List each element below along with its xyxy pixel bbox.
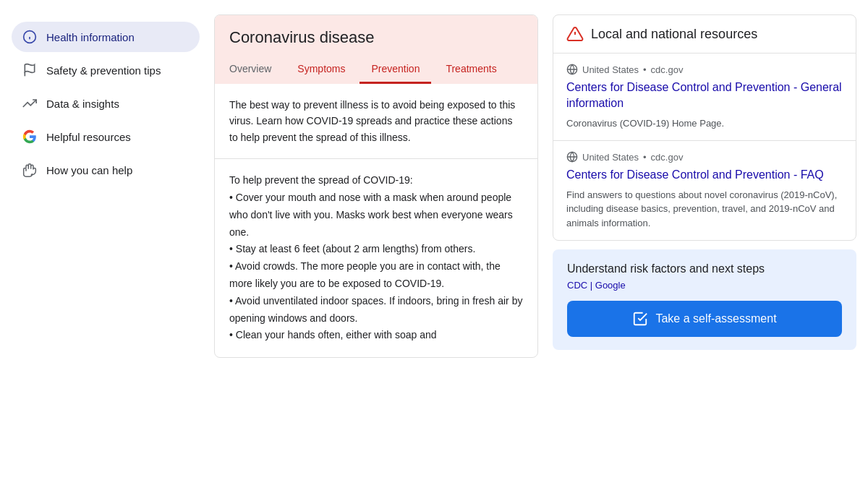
clipboard-check-icon [632,311,648,327]
warning-triangle-icon [566,25,584,43]
main-card: Coronavirus disease Overview Symptoms Pr… [214,14,538,358]
info-circle-icon [22,29,38,45]
tab-overview[interactable]: Overview [229,57,283,84]
tabs: Overview Symptoms Prevention Treatments [229,57,523,84]
tab-symptoms[interactable]: Symptoms [286,57,357,84]
resources-card: Local and national resources United Stat… [553,14,856,241]
resource-separator-2: • [643,152,647,163]
sidebar-item-label: How you can help [46,164,132,176]
tab-prevention[interactable]: Prevention [359,57,431,84]
card-title: Coronavirus disease [229,28,523,47]
assessment-title: Understand risk factors and next steps [567,262,842,275]
trending-up-icon [22,95,38,111]
resource-country-2: United States [582,152,639,163]
assessment-sources: CDC | Google [567,280,842,291]
globe-icon-1 [566,64,578,75]
take-assessment-button[interactable]: Take a self-assessment [567,301,842,337]
sidebar-item-health-information[interactable]: Health information [12,22,200,52]
right-panel: Local and national resources United Stat… [553,14,856,358]
card-header: Coronavirus disease Overview Symptoms Pr… [215,15,537,84]
resource-country-1: United States [582,64,639,75]
assessment-card: Understand risk factors and next steps C… [553,249,856,350]
sidebar-item-data-insights[interactable]: Data & insights [12,88,200,119]
sidebar-item-helpful-resources[interactable]: Helpful resources [12,121,200,152]
sidebar-item-label: Health information [46,31,135,43]
resource-item-1: United States • cdc.gov Centers for Dise… [553,53,856,141]
resource-domain-2: cdc.gov [651,152,684,163]
main-content: Coronavirus disease Overview Symptoms Pr… [214,14,538,358]
sidebar-item-safety-prevention[interactable]: Safety & prevention tips [12,55,200,85]
resource-desc-1: Coronavirus (COVID-19) Home Page. [566,116,843,131]
sidebar-item-label: Helpful resources [46,131,131,143]
card-detail: To help prevent the spread of COVID-19: … [215,159,537,357]
intro-text: The best way to prevent illness is to av… [229,97,523,145]
resource-desc-2: Find answers to questions about novel co… [566,188,843,231]
tab-treatments[interactable]: Treatments [434,57,508,84]
resource-meta-1: United States • cdc.gov [566,64,843,75]
sidebar-item-how-you-can-help[interactable]: How you can help [12,155,200,185]
resource-link-1[interactable]: Centers for Disease Control and Preventi… [566,81,842,109]
detail-text: To help prevent the spread of COVID-19: … [229,172,523,344]
sidebar: Health information Safety & prevention t… [12,14,200,358]
resource-separator-1: • [643,64,647,75]
google-g-icon [22,129,38,145]
sidebar-item-label: Data & insights [46,98,119,110]
resource-item-2: United States • cdc.gov Centers for Dise… [553,141,856,240]
hands-icon [22,162,38,178]
card-intro: The best way to prevent illness is to av… [215,84,537,159]
assessment-button-label: Take a self-assessment [655,312,776,325]
resource-meta-2: United States • cdc.gov [566,151,843,163]
resources-header: Local and national resources [553,15,856,53]
resource-link-2[interactable]: Centers for Disease Control and Preventi… [566,168,824,181]
sidebar-item-label: Safety & prevention tips [46,64,161,77]
flag-icon [22,62,38,78]
globe-icon-2 [566,151,578,163]
resource-domain-1: cdc.gov [651,64,684,75]
resources-header-title: Local and national resources [591,27,757,42]
